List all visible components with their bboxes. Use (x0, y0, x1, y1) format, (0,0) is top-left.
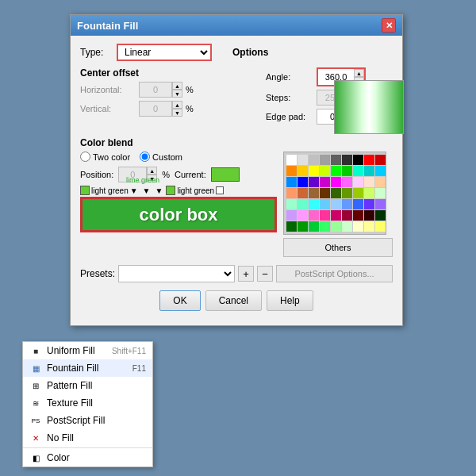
ok-button[interactable]: OK (159, 290, 200, 311)
palette-cell[interactable] (309, 199, 319, 209)
palette-cell[interactable] (342, 210, 352, 221)
palette-cell[interactable] (298, 199, 308, 209)
palette-cell[interactable] (309, 210, 319, 221)
palette-cell[interactable] (353, 177, 363, 187)
palette-cell[interactable] (298, 188, 308, 198)
palette-cell[interactable] (364, 188, 374, 198)
palette-cell[interactable] (342, 177, 352, 187)
palette-cell[interactable] (375, 155, 386, 165)
left-column: Center offset Horizontal: ▲ ▼ % Vertical… (80, 67, 256, 128)
palette-cell[interactable] (286, 188, 297, 198)
palette-cell[interactable] (353, 155, 363, 165)
color-blend-content: Two color Custom Position: ▲ (80, 152, 393, 257)
palette-cell[interactable] (331, 210, 341, 221)
palette-cell[interactable] (353, 199, 363, 209)
palette-cell[interactable] (320, 155, 330, 165)
angle-up[interactable]: ▲ (354, 69, 364, 77)
help-button[interactable]: Help (267, 290, 313, 311)
horizontal-spinbtns: ▲ ▼ (172, 82, 182, 98)
palette-cell[interactable] (286, 155, 297, 165)
palette-cell[interactable] (364, 210, 374, 221)
two-color-radio[interactable] (80, 152, 90, 162)
stop3-dropdown[interactable]: ▼ (155, 186, 163, 195)
palette-cell[interactable] (353, 166, 363, 176)
palette-cell[interactable] (375, 166, 386, 176)
palette-cell[interactable] (342, 221, 352, 232)
others-button[interactable]: Others (283, 238, 393, 257)
palette-cell[interactable] (364, 166, 374, 176)
palette-cell[interactable] (364, 177, 374, 187)
horizontal-label: Horizontal: (80, 85, 136, 94)
palette-cell[interactable] (298, 221, 308, 232)
vertical-input[interactable] (139, 101, 172, 117)
menu-item-uniform-fill[interactable]: ■ Uniform Fill Shift+F11 (23, 342, 152, 359)
vertical-up[interactable]: ▲ (172, 101, 182, 109)
palette-cell[interactable] (286, 210, 297, 221)
palette-cell[interactable] (309, 177, 319, 187)
palette-cell[interactable] (331, 199, 341, 209)
palette-cell[interactable] (320, 177, 330, 187)
palette-cell[interactable] (342, 188, 352, 198)
palette-cell[interactable] (320, 166, 330, 176)
palette-cell[interactable] (320, 210, 330, 221)
presets-select[interactable] (118, 265, 235, 282)
horizontal-input[interactable] (139, 82, 172, 98)
cancel-button[interactable]: Cancel (205, 290, 262, 311)
palette-cell[interactable] (331, 221, 341, 232)
palette-cell[interactable] (342, 199, 352, 209)
palette-cell[interactable] (309, 155, 319, 165)
palette-cell[interactable] (298, 177, 308, 187)
palette-cell[interactable] (353, 188, 363, 198)
menu-item-color[interactable]: ◧ Color (23, 449, 152, 466)
palette-cell[interactable] (375, 210, 386, 221)
menu-item-fountain-fill[interactable]: ▦ Fountain Fill F11 (23, 359, 152, 377)
preset-add-button[interactable]: + (238, 266, 254, 282)
custom-radio[interactable] (140, 152, 150, 162)
menu-item-pattern-fill[interactable]: ⊞ Pattern Fill (23, 377, 152, 394)
palette-cell[interactable] (286, 199, 297, 209)
palette-cell[interactable] (309, 221, 319, 232)
palette-cell[interactable] (309, 166, 319, 176)
palette-cell[interactable] (375, 188, 386, 198)
palette-cell[interactable] (331, 188, 341, 198)
stop3-swatch (166, 186, 175, 195)
stop2-dropdown[interactable]: ▼ (143, 186, 151, 195)
type-select[interactable]: Linear Radial Conical Square (117, 44, 212, 61)
no-fill-icon: ✕ (29, 432, 42, 444)
postscript-button[interactable]: PostScript Options... (276, 265, 393, 282)
stop1-dropdown[interactable]: ▼ (130, 186, 138, 195)
palette-cell[interactable] (364, 221, 374, 232)
palette-cell[interactable] (353, 210, 363, 221)
palette-cell[interactable] (342, 155, 352, 165)
horizontal-down[interactable]: ▼ (172, 90, 182, 98)
palette-cell[interactable] (353, 221, 363, 232)
palette-cell[interactable] (342, 166, 352, 176)
palette-cell[interactable] (298, 210, 308, 221)
close-button[interactable]: ✕ (382, 18, 396, 33)
palette-cell[interactable] (364, 199, 374, 209)
palette-cell[interactable] (375, 199, 386, 209)
preset-delete-button[interactable]: − (257, 266, 273, 282)
palette-cell[interactable] (364, 155, 374, 165)
horizontal-up[interactable]: ▲ (172, 82, 182, 90)
menu-item-texture-fill[interactable]: ≋ Texture Fill (23, 394, 152, 412)
palette-cell[interactable] (286, 166, 297, 176)
position-up[interactable]: ▲ (147, 167, 157, 175)
vertical-down[interactable]: ▼ (172, 109, 182, 117)
palette-cell[interactable] (298, 155, 308, 165)
palette-cell[interactable] (375, 177, 386, 187)
palette-cell[interactable] (320, 221, 330, 232)
palette-cell[interactable] (286, 221, 297, 232)
palette-cell[interactable] (286, 177, 297, 187)
palette-cell[interactable] (331, 166, 341, 176)
palette-cell[interactable] (298, 166, 308, 176)
palette-cell[interactable] (331, 177, 341, 187)
palette-cell[interactable] (331, 155, 341, 165)
menu-item-no-fill[interactable]: ✕ No Fill (23, 429, 152, 447)
vertical-percent: % (186, 104, 194, 113)
palette-cell[interactable] (375, 221, 386, 232)
palette-cell[interactable] (320, 188, 330, 198)
palette-cell[interactable] (320, 199, 330, 209)
palette-cell[interactable] (309, 188, 319, 198)
menu-item-postscript-fill[interactable]: PS PostScript Fill (23, 412, 152, 429)
